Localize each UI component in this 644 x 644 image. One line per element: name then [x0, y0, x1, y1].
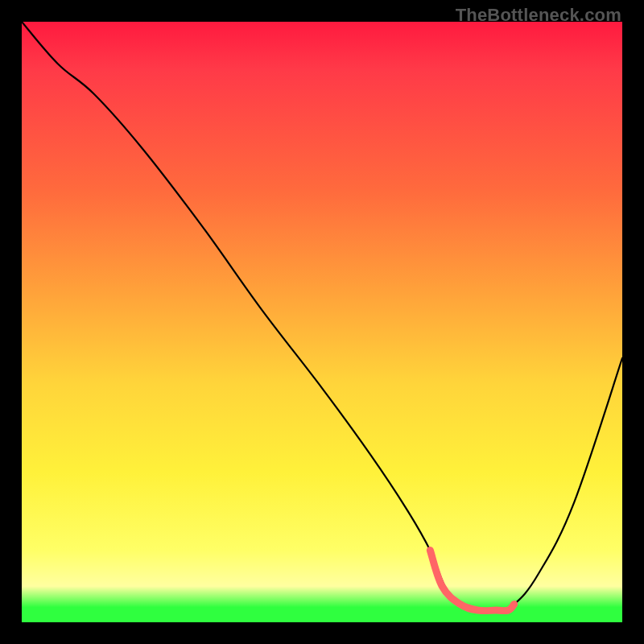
bottleneck-curve-svg [22, 22, 622, 622]
optimal-region-highlight [430, 551, 514, 611]
bottleneck-curve-path [22, 22, 622, 612]
plot-area [22, 22, 622, 622]
chart-frame: TheBottleneck.com [0, 0, 644, 644]
